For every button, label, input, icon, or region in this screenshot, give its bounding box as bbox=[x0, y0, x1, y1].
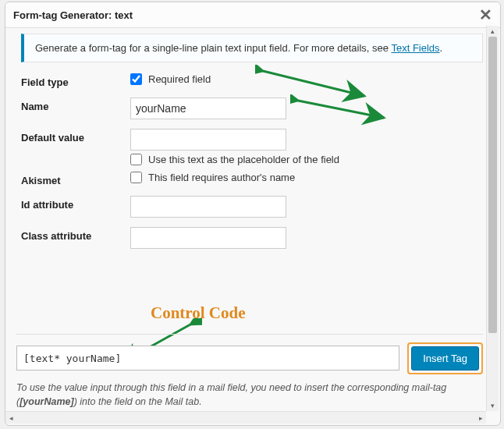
form-tag-output[interactable] bbox=[16, 346, 399, 370]
label-field-type: Field type bbox=[21, 73, 130, 88]
id-attribute-input[interactable] bbox=[130, 196, 286, 218]
horizontal-scrollbar[interactable]: ◂ ▸ bbox=[5, 411, 486, 424]
label-name: Name bbox=[21, 98, 130, 112]
form-grid: Field type Required field Name Default v… bbox=[16, 73, 488, 249]
placeholder-option[interactable]: Use this text as the placeholder of the … bbox=[130, 154, 483, 165]
vertical-scrollbar[interactable]: ▴ ▾ bbox=[486, 26, 499, 411]
akismet-checkbox[interactable] bbox=[130, 172, 142, 183]
row-name: Name bbox=[21, 98, 483, 119]
footer-hint: To use the value input through this fiel… bbox=[16, 381, 483, 410]
label-default-value: Default value bbox=[21, 129, 130, 144]
scroll-up-icon[interactable]: ▴ bbox=[487, 26, 499, 37]
banner-text: Generate a form-tag for a single-line pl… bbox=[35, 42, 391, 54]
divider bbox=[16, 334, 483, 335]
row-field-type: Field type Required field bbox=[21, 73, 483, 88]
placeholder-checkbox[interactable] bbox=[130, 154, 142, 165]
banner-suffix: . bbox=[440, 42, 443, 54]
row-default-value: Default value Use this text as the place… bbox=[21, 129, 483, 168]
modal-title: Form-tag Generator: text bbox=[13, 9, 133, 21]
required-label: Required field bbox=[148, 73, 211, 85]
modal-titlebar: Form-tag Generator: text ✕ bbox=[5, 2, 500, 28]
text-fields-link[interactable]: Text Fields bbox=[391, 42, 439, 54]
row-akismet: Akismet This field requires author's nam… bbox=[21, 172, 483, 186]
required-checkbox[interactable] bbox=[130, 73, 142, 85]
insert-tag-highlight: Insert Tag bbox=[407, 342, 483, 374]
insert-tag-button[interactable]: Insert Tag bbox=[411, 346, 479, 370]
footer-zone: Insert Tag To use the value input throug… bbox=[16, 334, 483, 410]
row-id-attribute: Id attribute bbox=[21, 196, 483, 218]
annotation-control-code: Control Code bbox=[151, 303, 246, 323]
insert-row: Insert Tag bbox=[16, 342, 483, 374]
close-icon[interactable]: ✕ bbox=[479, 7, 492, 23]
row-class-attribute: Class attribute bbox=[21, 227, 483, 249]
akismet-option[interactable]: This field requires author's name bbox=[130, 172, 483, 183]
form-tag-generator-modal: Form-tag Generator: text ✕ Generate a fo… bbox=[5, 2, 501, 426]
placeholder-label: Use this text as the placeholder of the … bbox=[148, 154, 339, 165]
scroll-left-icon[interactable]: ◂ bbox=[5, 412, 16, 424]
label-akismet: Akismet bbox=[21, 172, 130, 186]
label-id-attribute: Id attribute bbox=[21, 196, 130, 211]
default-value-input[interactable] bbox=[130, 129, 286, 151]
akismet-label: This field requires author's name bbox=[148, 172, 295, 183]
class-attribute-input[interactable] bbox=[130, 227, 286, 249]
modal-body: Generate a form-tag for a single-line pl… bbox=[5, 26, 500, 425]
name-input[interactable] bbox=[130, 98, 286, 119]
info-banner: Generate a form-tag for a single-line pl… bbox=[21, 34, 483, 62]
scroll-down-icon[interactable]: ▾ bbox=[487, 400, 499, 411]
required-field-option[interactable]: Required field bbox=[130, 73, 483, 85]
label-class-attribute: Class attribute bbox=[21, 227, 130, 242]
scroll-right-icon[interactable]: ▸ bbox=[475, 412, 486, 424]
scroll-thumb[interactable] bbox=[488, 37, 497, 333]
